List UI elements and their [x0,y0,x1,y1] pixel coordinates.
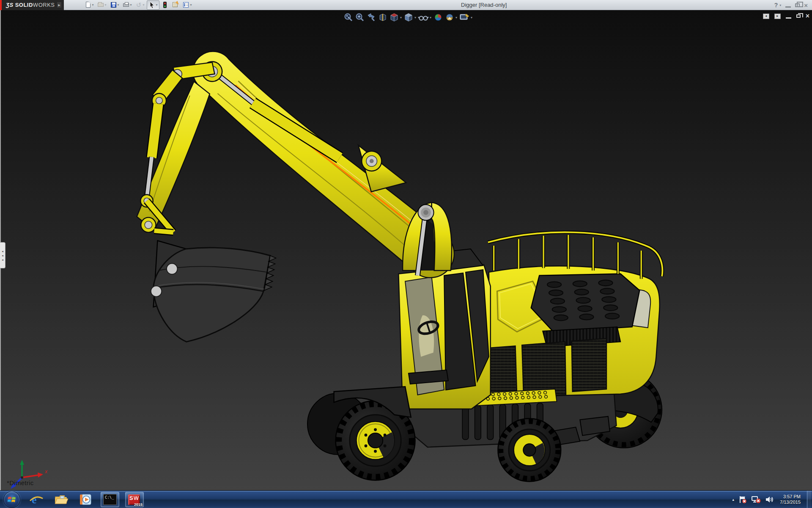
view-orientation-button[interactable]: ▾ [389,13,402,22]
doc-close-button[interactable]: × [806,13,809,19]
taskbar-solidworks[interactable]: S W 2015 [125,492,144,507]
solidworks-logo[interactable]: ƷSSOLIDWORKS ▸ [2,0,64,10]
taskbar-media-player[interactable] [76,492,95,507]
view-orientation-dropdown-icon[interactable]: ▾ [400,16,402,19]
apply-scene-button[interactable]: ▾ [444,13,458,22]
minimize-button[interactable] [785,6,791,8]
volume-icon[interactable] [765,495,774,504]
internet-explorer-icon: e [30,493,43,506]
bucket[interactable] [151,240,276,342]
save-dropdown-icon[interactable]: ▾ [118,3,119,7]
view-settings-button[interactable]: ▾ [459,13,473,22]
undo-dropdown-icon[interactable]: ▾ [143,3,145,7]
new-dropdown-icon[interactable]: ▾ [92,3,94,7]
media-player-icon [79,493,92,506]
hide-show-items-icon [418,13,429,22]
network-disconnected-icon[interactable] [751,495,761,504]
sw-year-badge: 2015 [134,502,143,507]
open-dropdown-icon[interactable]: ▾ [105,3,107,7]
doc-restore-button[interactable] [796,14,801,18]
triad-y-axis [20,460,24,465]
excavator-model[interactable] [0,10,812,490]
print-button[interactable]: ▾ [121,0,133,10]
previous-view-icon [366,13,376,22]
apply-scene-dropdown-icon[interactable]: ▾ [455,16,457,19]
select-dropdown-icon[interactable]: ▾ [156,3,158,7]
system-tray: ▴ 3:57 PM 7/13/2015 [732,491,812,508]
start-button[interactable] [3,491,20,508]
stick-arm[interactable] [137,81,209,232]
zoom-to-area-icon [355,13,365,22]
triad-x-axis [38,472,43,478]
graphics-viewport[interactable]: ◂ ◂ ◂ ▾ ▾ ▾ [0,10,812,490]
zoom-to-fit-button[interactable] [343,13,354,22]
feature-pane-right-button[interactable]: ▸ [774,14,781,19]
section-view-button[interactable] [378,13,388,22]
taskbar-clock[interactable]: 3:57 PM 7/13/2015 [780,494,801,505]
windows-flag-icon [7,495,16,504]
hide-show-items-button[interactable]: ▾ [418,13,432,22]
app-titlebar: ƷSSOLIDWORKS ▸ ▾ ▾ ▾ ▾ ↺ ▾ ▾ [0,0,812,10]
zoom-to-area-button[interactable] [355,13,365,22]
solidworks-2015-icon: S W 2015 [127,493,142,506]
sw-letter: S [129,495,133,501]
undo-icon: ↺ [135,1,143,8]
accent-strip [0,0,2,10]
front-right-wheel[interactable] [498,419,561,482]
triad-x-label: x [44,469,48,475]
window-title: Digger [Read-only] [461,2,507,8]
action-center-flag-icon[interactable] [738,495,747,504]
taskbar-windows-explorer[interactable] [52,492,70,507]
undo-button[interactable]: ↺ ▾ [134,0,146,10]
edit-appearance-icon [433,13,443,22]
open-folder-icon [97,1,104,8]
clock-time: 3:57 PM [780,494,801,500]
display-style-button[interactable]: ▾ [403,13,417,22]
folder-icon [54,494,68,505]
taskbar-internet-explorer[interactable]: e [27,492,46,507]
select-cursor-icon [148,1,156,8]
save-button[interactable]: ▾ [109,0,121,10]
design-binder-button[interactable] [171,0,181,10]
select-tool-button[interactable]: ▾ [147,0,159,10]
help-button[interactable]: ? [774,2,778,8]
save-floppy-icon [110,1,117,8]
options-dropdown-icon[interactable]: ▾ [190,3,192,7]
print-icon [123,1,130,8]
show-desktop-button[interactable] [807,491,811,508]
edit-appearance-button[interactable] [433,13,443,22]
apply-scene-icon [444,13,455,22]
help-dropdown-icon[interactable]: ▾ [779,3,781,7]
rebuild-button[interactable] [160,0,170,10]
machine-body[interactable] [472,232,663,406]
new-document-button[interactable]: ▾ [83,0,95,10]
featuremanager-collapse-tab[interactable]: ◂ ◂ ◂ [0,242,5,268]
close-button[interactable]: × [804,2,808,8]
options-button[interactable]: ▾ [181,0,193,10]
menu-expand-chevron-icon[interactable]: ▸ [57,2,61,8]
options-checklist-icon [183,1,190,8]
print-dropdown-icon[interactable]: ▾ [130,3,132,7]
display-style-dropdown-icon[interactable]: ▾ [414,16,416,19]
app-window-controls: ? ▾ × [774,0,808,10]
clock-date: 7/13/2015 [780,500,801,505]
pane-left-arrow-icon: ◂ [765,14,767,18]
show-hidden-icons-button[interactable]: ▴ [732,497,735,502]
restore-button[interactable] [795,3,800,7]
new-document-icon [85,1,92,8]
doc-minimize-button[interactable] [786,17,791,19]
logo-glyph: ƷS [6,2,14,8]
taskbar-command-prompt[interactable]: C:\_ [101,492,119,507]
collapse-arrow-icon: ◂ [2,250,3,253]
zoom-to-fit-icon [343,13,354,22]
rebuild-traffic-light-icon [162,1,169,8]
feature-pane-left-button[interactable]: ◂ [763,14,769,19]
previous-view-button[interactable] [366,13,376,22]
taskbar-apps: e C:\_ S [0,491,144,508]
open-button[interactable]: ▾ [96,0,108,10]
logo-works: WORKS [33,2,55,8]
hide-show-dropdown-icon[interactable]: ▾ [430,16,431,19]
main-toolbar: ▾ ▾ ▾ ▾ ↺ ▾ ▾ [83,0,193,10]
view-settings-dropdown-icon[interactable]: ▾ [471,16,472,19]
logo-solid: SOLID [15,2,33,8]
